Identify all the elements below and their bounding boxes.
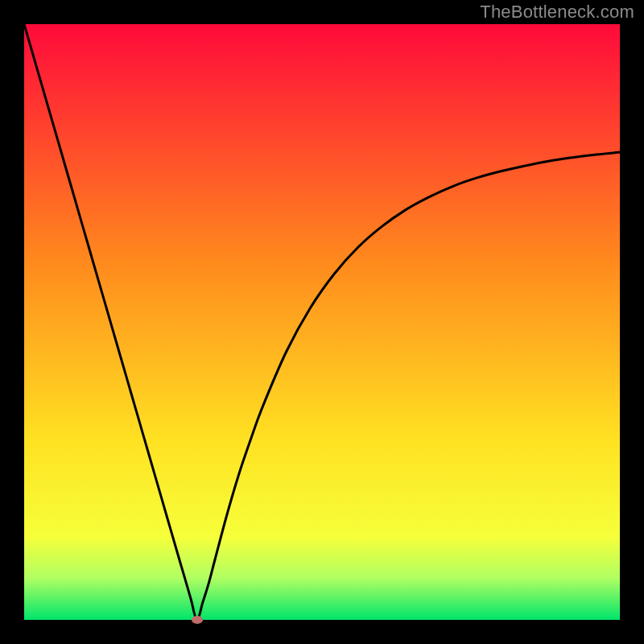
optimal-point-marker [192, 616, 203, 624]
plot-area [24, 24, 620, 620]
chart-frame: TheBottleneck.com [0, 0, 644, 644]
bottleneck-curve [24, 24, 620, 620]
watermark-text: TheBottleneck.com [480, 2, 634, 23]
